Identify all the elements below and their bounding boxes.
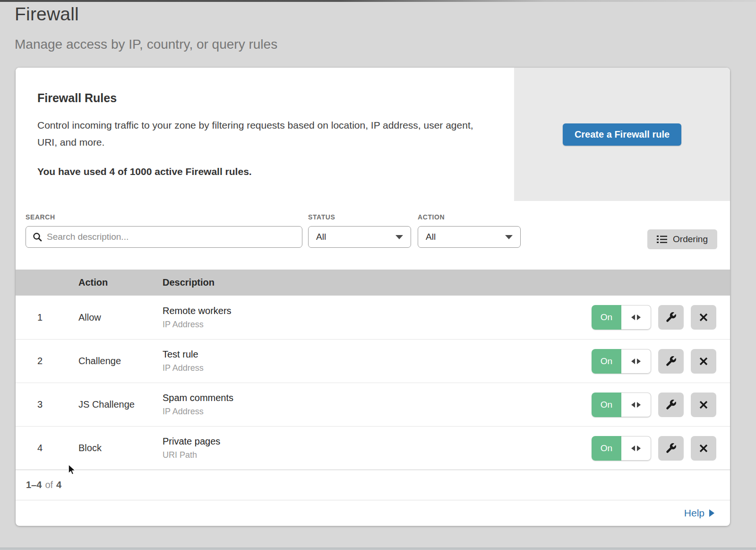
rule-description: Private pages xyxy=(163,436,592,447)
close-icon xyxy=(698,356,709,367)
table-header: Action Description xyxy=(16,270,730,296)
arrow-right-icon xyxy=(637,358,641,364)
filters-bar: SEARCH STATUS All ACTION All xyxy=(16,201,730,270)
rules-usage-text: You have used 4 of 1000 active Firewall … xyxy=(37,166,486,177)
action-select-value: All xyxy=(426,232,436,242)
close-icon xyxy=(698,443,709,454)
delete-rule-button[interactable] xyxy=(691,436,716,461)
intro-description: Control incoming traffic to your zone by… xyxy=(37,117,486,151)
toggle-on-label[interactable]: On xyxy=(592,349,621,374)
toggle-on-label[interactable]: On xyxy=(592,305,621,330)
rule-description: Remote workers xyxy=(163,306,592,316)
table-row: 1 Allow Remote workers IP Address On xyxy=(16,296,730,339)
rule-action: Challenge xyxy=(78,356,163,367)
pagination-bar: 1–4 of 4 xyxy=(16,470,730,500)
row-controls: On xyxy=(592,393,730,417)
table-row: 3 JS Challenge Spam comments IP Address … xyxy=(16,383,730,426)
ordering-wrap: Ordering xyxy=(647,213,717,249)
rule-match-type: IP Address xyxy=(163,363,592,373)
help-row: Help xyxy=(16,500,730,526)
status-select[interactable]: All xyxy=(308,226,411,248)
firewall-rules-card: Firewall Rules Control incoming traffic … xyxy=(16,68,730,526)
ordering-list-icon xyxy=(657,235,667,244)
column-description: Description xyxy=(163,277,730,288)
delete-rule-button[interactable] xyxy=(691,349,716,374)
delete-rule-button[interactable] xyxy=(691,393,716,417)
rule-number: 1 xyxy=(16,312,78,323)
help-link[interactable]: Help xyxy=(684,507,714,519)
help-link-label: Help xyxy=(684,507,704,519)
chevron-down-icon xyxy=(395,235,403,239)
status-select-value: All xyxy=(316,232,326,242)
wrench-icon xyxy=(665,399,677,411)
ordering-button[interactable]: Ordering xyxy=(647,229,717,249)
rule-description-cell: Test rule IP Address xyxy=(163,349,592,373)
close-icon xyxy=(698,312,709,323)
search-input[interactable] xyxy=(47,232,295,242)
rule-description: Spam comments xyxy=(163,393,592,403)
toggle-handle[interactable] xyxy=(621,349,651,374)
wrench-icon xyxy=(665,355,677,367)
rule-toggle[interactable]: On xyxy=(592,393,651,417)
rule-toggle[interactable]: On xyxy=(592,305,651,330)
row-controls: On xyxy=(592,349,730,374)
rule-match-type: URI Path xyxy=(163,450,592,460)
toggle-handle[interactable] xyxy=(621,436,651,461)
arrow-left-icon xyxy=(631,358,635,364)
row-controls: On xyxy=(592,436,730,461)
pagination-of: of xyxy=(45,480,53,490)
arrow-right-icon xyxy=(637,314,641,320)
edit-rule-button[interactable] xyxy=(658,436,684,461)
rule-description-cell: Private pages URI Path xyxy=(163,436,592,460)
intro-section: Firewall Rules Control incoming traffic … xyxy=(16,68,514,201)
chevron-down-icon xyxy=(505,235,513,239)
edit-rule-button[interactable] xyxy=(658,305,684,330)
page-header: Firewall Manage access by IP, country, o… xyxy=(15,4,277,52)
rule-description-cell: Spam comments IP Address xyxy=(163,393,592,417)
page-title: Firewall xyxy=(15,4,277,25)
rule-match-type: IP Address xyxy=(163,320,592,330)
rule-action: Block xyxy=(78,443,163,454)
status-label: STATUS xyxy=(308,213,411,221)
row-controls: On xyxy=(592,305,730,330)
pagination-total: 4 xyxy=(56,480,61,490)
toggle-on-label[interactable]: On xyxy=(592,436,621,461)
wrench-icon xyxy=(665,311,677,323)
search-filter-group: SEARCH xyxy=(26,213,302,248)
arrow-left-icon xyxy=(631,445,635,451)
table-row: 4 Block Private pages URI Path On xyxy=(16,426,730,470)
intro-heading: Firewall Rules xyxy=(37,91,486,105)
rule-toggle[interactable]: On xyxy=(592,349,651,374)
toggle-on-label[interactable]: On xyxy=(592,393,621,417)
screen-top-edge xyxy=(0,0,756,2)
search-box[interactable] xyxy=(26,226,302,248)
arrow-right-icon xyxy=(709,509,714,517)
action-label: ACTION xyxy=(418,213,521,221)
rule-action: JS Challenge xyxy=(78,399,163,410)
card-top-section: Firewall Rules Control incoming traffic … xyxy=(16,68,730,201)
search-icon xyxy=(33,232,42,242)
toggle-handle[interactable] xyxy=(621,305,651,330)
rule-toggle[interactable]: On xyxy=(592,436,651,461)
wrench-icon xyxy=(665,442,677,454)
rule-description-cell: Remote workers IP Address xyxy=(163,306,592,330)
arrow-left-icon xyxy=(631,402,635,408)
table-row: 2 Challenge Test rule IP Address On xyxy=(16,339,730,383)
create-firewall-rule-button[interactable]: Create a Firewall rule xyxy=(563,123,681,146)
column-action: Action xyxy=(78,277,163,288)
screen-bottom-edge xyxy=(0,548,756,550)
arrow-right-icon xyxy=(637,402,641,408)
action-select[interactable]: All xyxy=(418,226,521,248)
rule-number: 3 xyxy=(16,399,78,410)
search-label: SEARCH xyxy=(26,213,302,221)
status-filter-group: STATUS All xyxy=(308,213,411,248)
toggle-handle[interactable] xyxy=(621,393,651,417)
delete-rule-button[interactable] xyxy=(691,305,716,330)
page-subtitle: Manage access by IP, country, or query r… xyxy=(15,37,277,52)
edit-rule-button[interactable] xyxy=(658,349,684,374)
rule-number: 4 xyxy=(16,443,78,454)
rule-match-type: IP Address xyxy=(163,407,592,417)
edit-rule-button[interactable] xyxy=(658,393,684,417)
arrow-right-icon xyxy=(637,445,641,451)
rule-number: 2 xyxy=(16,356,78,367)
